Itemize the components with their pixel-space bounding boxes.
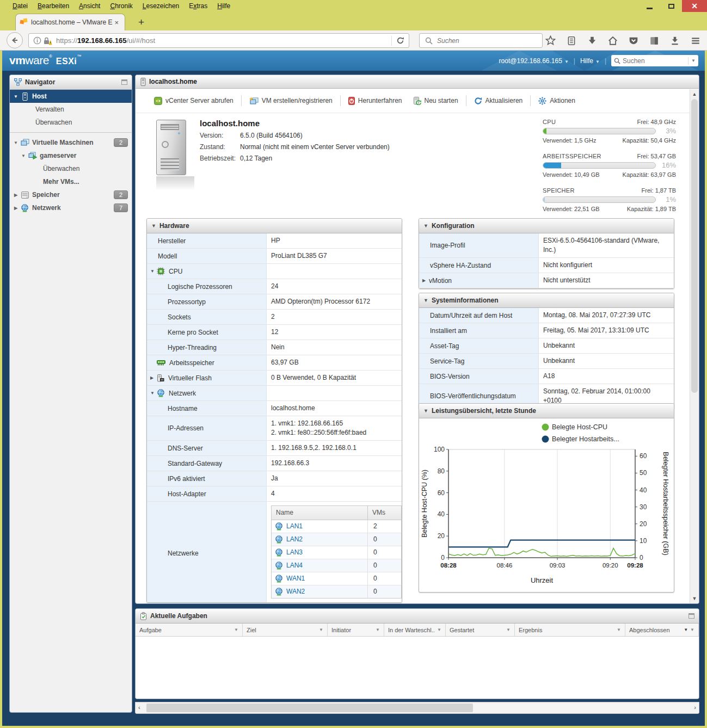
- task-column-initiator[interactable]: Initiator▼: [328, 624, 384, 636]
- filter-chevron-icon[interactable]: ▼: [617, 627, 621, 632]
- scroll-up-icon[interactable]: ▲: [690, 91, 699, 97]
- back-button[interactable]: [7, 32, 23, 48]
- url-bar[interactable]: https://192.168.66.165/ui/#/host: [28, 33, 409, 48]
- bookmark-star-icon[interactable]: [545, 35, 556, 46]
- browser-search[interactable]: [419, 33, 543, 48]
- chevron-right-icon[interactable]: ▶: [13, 206, 19, 211]
- close-button[interactable]: ✕: [682, 0, 707, 12]
- network-link[interactable]: LAN1: [286, 522, 303, 531]
- task-column-in-der-warteschl[interactable]: In der Warteschl...▼: [384, 624, 446, 636]
- chevron-right-icon[interactable]: ▶: [150, 375, 156, 380]
- browser-search-input[interactable]: [437, 37, 538, 45]
- filter-chevron-icon[interactable]: ▼: [376, 627, 380, 632]
- sidebar-item-virtuelle-maschinen[interactable]: ▼Virtuelle Maschinen2: [10, 136, 132, 149]
- svg-text:40: 40: [438, 510, 445, 518]
- undock-panel-icon[interactable]: [121, 79, 127, 85]
- menu-hilfe[interactable]: Hilfe: [212, 1, 235, 11]
- host-title-bar: localhost.home: [136, 75, 699, 89]
- maximize-button[interactable]: [660, 0, 682, 12]
- pocket-icon[interactable]: [628, 35, 638, 46]
- new-tab-button[interactable]: +: [133, 16, 150, 28]
- gauge-bar-fill: [543, 197, 545, 202]
- download-icon[interactable]: [669, 35, 680, 46]
- network-link[interactable]: WAN2: [286, 587, 305, 596]
- chevron-down-icon[interactable]: ▼: [13, 94, 19, 99]
- user-menu[interactable]: root@192.168.66.165▼: [499, 57, 569, 65]
- menu-ansicht[interactable]: Ansicht: [74, 1, 105, 11]
- reload-icon[interactable]: [395, 35, 405, 46]
- property-row-ipv6-aktiviert: IPv6 aktiviertJa: [147, 471, 402, 486]
- menu-bearbeiten[interactable]: Bearbeiten: [33, 1, 74, 11]
- neu-starten-button[interactable]: Neu starten: [408, 94, 464, 108]
- sidebar-item-mehr-vms[interactable]: Mehr VMs...: [10, 175, 132, 188]
- task-column-abgeschlossen[interactable]: Abgeschlossen▼▼: [625, 624, 699, 636]
- chevron-down-icon[interactable]: ▼: [13, 140, 19, 145]
- chevron-down-icon[interactable]: ▼: [21, 153, 26, 158]
- sidebar-item-label: Mehr VMs...: [43, 178, 79, 186]
- filter-chevron-icon[interactable]: ▼: [234, 627, 238, 632]
- konfiguration-panel: ▼Konfiguration Image-ProfilESXi-6.5.0-45…: [419, 218, 674, 289]
- hardware-header[interactable]: ▼Hardware: [147, 219, 402, 233]
- vm-erstellen-registrieren-button[interactable]: VM erstellen/registrieren: [244, 94, 338, 108]
- menu-chronik[interactable]: Chronik: [105, 1, 137, 11]
- sidebar-icon[interactable]: [649, 35, 659, 46]
- scroll-right-icon[interactable]: ›: [694, 704, 696, 711]
- filter-chevron-icon[interactable]: ▼: [690, 627, 694, 632]
- menu-datei[interactable]: Datei: [8, 1, 33, 11]
- browser-tab[interactable]: localhost.home – VMware ES ×: [15, 14, 125, 30]
- filter-chevron-icon[interactable]: ▼: [437, 627, 441, 632]
- aktualisieren-button[interactable]: Aktualisieren: [469, 94, 528, 108]
- sidebar-item-überwachen[interactable]: Überwachen: [10, 116, 132, 129]
- filter-chevron-icon[interactable]: ▼: [319, 627, 323, 632]
- menu-lesezeichen[interactable]: Lesezeichen: [138, 1, 184, 11]
- network-link[interactable]: LAN4: [286, 561, 303, 570]
- host-icon: [20, 92, 29, 101]
- menu-extras[interactable]: Extras: [184, 1, 212, 11]
- task-column-ziel[interactable]: Ziel▼: [243, 624, 328, 636]
- sidebar-item-gameserver[interactable]: ▼gameserver: [10, 149, 132, 162]
- scroll-left-icon[interactable]: ‹: [138, 704, 140, 711]
- host-info-row: Betriebszeit:0,12 Tagen: [200, 155, 390, 162]
- chevron-down-icon[interactable]: ▼: [150, 269, 156, 274]
- vcenter-server-abrufen-button[interactable]: vCenter Server abrufen: [149, 94, 239, 108]
- property-name: Netzwerke: [168, 550, 199, 557]
- scroll-down-icon[interactable]: ▼: [690, 596, 699, 601]
- reading-list-icon[interactable]: [566, 35, 576, 46]
- lock-warning-icon[interactable]: [42, 35, 53, 46]
- performance-header[interactable]: ▼Leistungsübersicht, letzte Stunde: [419, 404, 674, 418]
- home-icon[interactable]: [607, 35, 618, 46]
- herunterfahren-button[interactable]: Herunterfahren: [343, 94, 408, 108]
- esxi-search-input[interactable]: [623, 57, 688, 65]
- tab-close-icon[interactable]: ×: [113, 18, 120, 27]
- filter-chevron-icon[interactable]: ▼: [506, 627, 511, 632]
- task-column-gestartet[interactable]: Gestartet▼: [446, 624, 515, 636]
- property-value: 63,97 GB: [267, 355, 402, 370]
- horizontal-scrollbar[interactable]: ‹ ›: [135, 702, 699, 714]
- chevron-down-icon[interactable]: ▼: [150, 391, 156, 396]
- task-column-ergebnis[interactable]: Ergebnis▼: [515, 624, 625, 636]
- downloads-arrow-icon[interactable]: [587, 35, 597, 46]
- info-icon[interactable]: [32, 35, 42, 46]
- minimize-button[interactable]: [638, 0, 660, 12]
- sidebar-item-netzwerk[interactable]: ▶Netzwerk7: [10, 201, 132, 214]
- konfiguration-header[interactable]: ▼Konfiguration: [419, 219, 674, 233]
- task-column-aufgabe[interactable]: Aufgabe▼: [136, 624, 243, 636]
- esxi-search[interactable]: ▼: [611, 55, 698, 66]
- help-menu[interactable]: Hilfe▼: [580, 57, 600, 65]
- systeminfo-header[interactable]: ▼Systeminformationen: [419, 293, 674, 308]
- chevron-right-icon[interactable]: ▶: [13, 193, 19, 198]
- undock-tasks-icon[interactable]: [688, 613, 694, 619]
- network-link[interactable]: WAN1: [286, 574, 305, 583]
- network-link[interactable]: LAN3: [286, 548, 303, 557]
- toolbar-separator: [530, 95, 531, 106]
- chevron-right-icon[interactable]: ▶: [422, 278, 428, 283]
- network-link[interactable]: LAN2: [286, 535, 303, 544]
- sidebar-item-überwachen[interactable]: Überwachen: [10, 162, 132, 175]
- menu-hamburger-icon[interactable]: [690, 35, 700, 46]
- aktionen-button[interactable]: Aktionen: [533, 94, 581, 108]
- sidebar-item-host[interactable]: ▼Host: [10, 90, 132, 103]
- sidebar-item-speicher[interactable]: ▶Speicher2: [10, 188, 132, 201]
- systeminfo-panel: ▼Systeminformationen Datum/Uhrzeit auf d…: [419, 293, 674, 409]
- sidebar-item-verwalten[interactable]: Verwalten: [10, 103, 132, 116]
- vertical-scrollbar[interactable]: ▲ ▼: [690, 89, 699, 603]
